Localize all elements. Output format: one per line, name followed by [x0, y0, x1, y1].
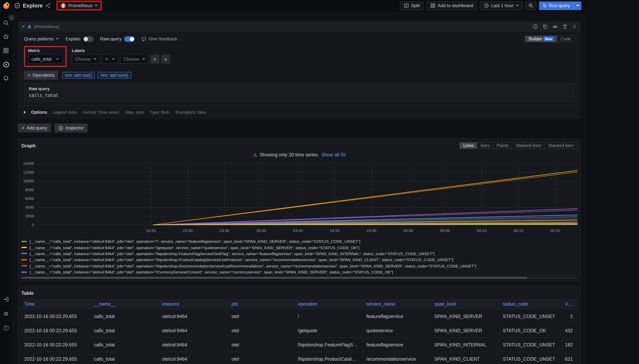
legend-scrollbar[interactable] — [21, 277, 577, 279]
info-circle-icon[interactable] — [533, 24, 538, 29]
split-button[interactable]: Split — [400, 1, 424, 10]
sidebar-item-settings[interactable]: ⚙ — [2, 310, 10, 317]
table-header-spankind[interactable]: span_kind — [431, 302, 500, 307]
remove-query-trash-icon[interactable] — [562, 24, 568, 29]
query-patterns-dropdown[interactable]: Query patterns — [24, 36, 59, 42]
run-query-button[interactable]: ↻ Run query — [539, 1, 582, 10]
table-row: 2022-10-16 00:22:29.655calls_totalotelco… — [21, 324, 577, 338]
labels-field-label: Labels — [72, 48, 170, 53]
time-range-picker[interactable]: Last 1 hour — [480, 1, 522, 10]
split-label: Split — [411, 3, 420, 8]
add-to-dashboard-button[interactable]: Add to dashboard — [426, 1, 477, 10]
raw-query-preview-value: calls_total — [29, 93, 570, 98]
explain-switch[interactable] — [83, 36, 93, 42]
explore-content: A (Prometheus) — [12, 11, 586, 364]
table-header-instance[interactable]: instance — [159, 302, 228, 307]
graph-mode-stacked-lines[interactable]: Stacked lines — [512, 142, 545, 148]
zoom-out-button[interactable] — [526, 1, 536, 10]
query-ref-id[interactable]: A — [28, 24, 31, 29]
legend-series-label: {__name__="calls_total", instance="otelc… — [30, 252, 434, 256]
graph-panel: Graph LinesBarsPointsStacked linesStacke… — [18, 138, 581, 281]
table-cell: / — [295, 314, 363, 319]
run-query-dropdown[interactable] — [574, 1, 582, 10]
editor-mode-toggle: Builder Beta Code — [525, 36, 575, 42]
raw-query-label: Raw query — [100, 36, 122, 42]
explain-toggle[interactable]: Explain — [66, 36, 94, 42]
sidebar-item-help[interactable]: ? — [2, 324, 10, 331]
graph-panel-title: Graph — [21, 143, 36, 148]
options-expand-icon[interactable] — [24, 110, 26, 114]
graph-mode-stacked-bars[interactable]: Stacked bars — [545, 142, 577, 148]
x-axis-tick-label: 00:10 — [477, 228, 487, 233]
grafana-logo[interactable] — [0, 2, 12, 10]
compass-icon — [3, 61, 9, 68]
drag-handle-grip-icon[interactable] — [572, 24, 577, 29]
legend-item[interactable]: {__name__="calls_total", instance="otelc… — [21, 263, 577, 269]
show-all-series-link[interactable]: Show all 55 — [321, 152, 346, 158]
label-value-select[interactable]: Choose — [120, 54, 148, 64]
x-axis-tick-label: 00:20 — [550, 228, 560, 233]
sidebar-expand-button[interactable]: › — [8, 15, 14, 20]
legend-item[interactable]: {__name__="calls_total", instance="otelc… — [21, 244, 577, 251]
builder-mode-button[interactable]: Builder Beta — [526, 36, 557, 42]
table-cell: /hipstershop.ProductCatalogService/ListP… — [295, 356, 363, 362]
table-cell: SPAN_KIND_SERVER — [431, 314, 500, 319]
sidebar-item-dashboards[interactable] — [2, 47, 10, 54]
sync-icon: ↻ — [543, 3, 547, 8]
sidebar-item-sign-in[interactable] — [2, 296, 10, 303]
graph-legend: {__name__="calls_total", instance="otelc… — [21, 238, 577, 275]
legend-item[interactable]: {__name__="calls_total", instance="otelc… — [21, 257, 577, 263]
table-header-name[interactable]: __name__ — [91, 302, 159, 307]
explore-header: Explore — [14, 2, 50, 8]
options-label[interactable]: Options — [31, 110, 47, 114]
graph-mode-lines[interactable]: Lines — [460, 142, 477, 148]
remove-label-filter-button[interactable]: × — [150, 54, 160, 64]
star-icon — [3, 34, 9, 40]
switch-knob — [84, 37, 88, 41]
operations-label: Operations — [32, 72, 54, 78]
raw-query-switch[interactable] — [124, 36, 135, 42]
query-hint-1[interactable]: hint: add sum() — [98, 72, 131, 78]
query-row-actions — [533, 24, 577, 29]
add-label-filter-button[interactable]: + — [161, 54, 170, 64]
code-mode-button[interactable]: Code — [557, 36, 574, 42]
label-operator-select[interactable]: = — [102, 54, 118, 64]
legend-item[interactable]: {__name__="calls_total", instance="otelc… — [21, 251, 577, 257]
table-header-job[interactable]: job — [228, 302, 295, 307]
label-name-select[interactable]: Choose — [72, 54, 100, 64]
legend-item[interactable]: {__name__="calls_total", instance="otelc… — [21, 269, 577, 275]
operations-button[interactable]: + Operations — [24, 71, 58, 80]
give-feedback-link[interactable]: Give feedback — [142, 36, 177, 42]
sidebar-item-starred[interactable] — [2, 33, 10, 40]
table-header-time[interactable]: Time — [21, 302, 91, 307]
table-header-operation[interactable]: operation — [295, 302, 363, 307]
sidebar-item-search[interactable] — [2, 20, 10, 26]
metric-select[interactable]: calls_total — [28, 54, 62, 64]
help-icon: ? — [4, 325, 8, 330]
table-header-statuscode[interactable]: status_code — [500, 302, 562, 307]
table-cell: STATUS_CODE_UNSET — [500, 356, 562, 362]
query-hint-0[interactable]: hint: add rate() — [62, 72, 95, 78]
table-cell: 2022-10-16 00:22:29.655 — [21, 314, 91, 319]
add-query-button[interactable]: + Add query — [18, 124, 51, 132]
sidebar-item-explore[interactable] — [2, 61, 10, 68]
table-cell: SPAN_KIND_CLIENT — [431, 356, 500, 362]
query-option-stat-0: Legend: Auto — [52, 110, 77, 114]
hide-response-eye-icon[interactable] — [552, 24, 558, 29]
labels-field: Labels Choose = Choose — [72, 46, 170, 64]
legend-item[interactable]: {__name__="calls_total", instance="otelc… — [21, 238, 577, 244]
sidebar-item-alerting[interactable] — [2, 75, 10, 82]
table-header-value[interactable]: Value — [562, 302, 577, 307]
datasource-picker[interactable]: Prometheus — [58, 2, 100, 9]
inspector-button[interactable]: Inspector — [54, 124, 88, 132]
collapse-query-icon[interactable] — [22, 26, 25, 27]
table-header-servicename[interactable]: service_name — [363, 302, 431, 307]
copy-query-icon[interactable] — [542, 24, 548, 29]
scrollbar-thumb[interactable] — [21, 277, 527, 279]
query-option-stat-4: Exemplars: false — [176, 110, 206, 114]
graph-mode-bars[interactable]: Bars — [477, 142, 493, 148]
table-cell: otel — [228, 328, 295, 333]
graph-mode-points[interactable]: Points — [493, 142, 512, 148]
share-icon[interactable] — [45, 3, 50, 8]
raw-query-toggle[interactable]: Raw query — [100, 36, 135, 42]
